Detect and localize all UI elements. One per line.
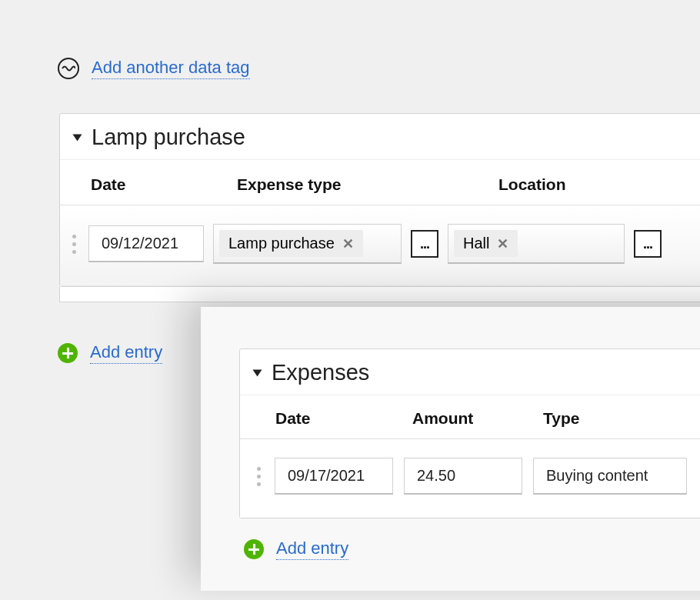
wave-path-icon	[62, 65, 75, 72]
plus-circle-icon[interactable]	[58, 343, 78, 363]
panel-header[interactable]: Lamp purchase	[60, 114, 700, 160]
table-header-row: Date Amount Type	[240, 395, 700, 439]
add-entry-link[interactable]: Add entry	[276, 538, 348, 560]
amount-input[interactable]: 24.50	[404, 458, 522, 495]
col-header-amount: Amount	[412, 409, 543, 428]
col-header-location: Location	[498, 175, 675, 194]
add-data-tag-link[interactable]: Add another data tag	[92, 58, 250, 79]
caret-down-icon	[253, 369, 262, 376]
chip-label: Hall	[463, 235, 489, 252]
drag-handle-icon[interactable]	[254, 467, 264, 486]
expenses-overlay: Expenses Date Amount Type 09/17/2021 24.…	[201, 307, 700, 591]
location-chip: Hall ✕	[454, 230, 518, 257]
table-header-row: Date Expense type Location	[60, 160, 700, 205]
more-options-button[interactable]: ...	[634, 230, 662, 258]
plus-circle-icon[interactable]	[244, 539, 264, 559]
col-header-date: Date	[275, 409, 412, 428]
expense-type-chip: Lamp purchase ✕	[219, 230, 363, 257]
panel-title: Lamp purchase	[92, 125, 245, 150]
expense-type-field[interactable]: Lamp purchase ✕	[213, 224, 402, 264]
wave-circle-icon	[58, 58, 79, 79]
col-header-type: Type	[543, 409, 697, 428]
panel-title: Expenses	[272, 360, 369, 385]
more-options-button[interactable]: ...	[411, 230, 438, 258]
caret-down-icon	[73, 134, 82, 141]
location-field[interactable]: Hall ✕	[448, 224, 625, 264]
remove-chip-icon[interactable]: ✕	[497, 235, 508, 252]
expenses-panel: Expenses Date Amount Type 09/17/2021 24.…	[239, 348, 700, 518]
chip-label: Lamp purchase	[228, 235, 335, 252]
table-row: 09/17/2021 24.50 Buying content	[240, 439, 700, 518]
col-header-date: Date	[91, 175, 237, 194]
add-entry-link[interactable]: Add entry	[90, 342, 162, 364]
panel-header[interactable]: Expenses	[240, 349, 700, 395]
drag-handle-icon[interactable]	[69, 235, 79, 254]
date-input[interactable]: 09/17/2021	[275, 458, 393, 495]
lamp-purchase-panel: Lamp purchase Date Expense type Location…	[59, 113, 700, 287]
type-input[interactable]: Buying content	[533, 458, 687, 495]
remove-chip-icon[interactable]: ✕	[342, 235, 354, 252]
panel-footer-bar	[59, 287, 700, 302]
date-input[interactable]: 09/12/2021	[88, 225, 204, 262]
col-header-type: Expense type	[237, 175, 498, 194]
table-row: 09/12/2021 Lamp purchase ✕ ... Hall ✕ ..…	[60, 205, 700, 286]
